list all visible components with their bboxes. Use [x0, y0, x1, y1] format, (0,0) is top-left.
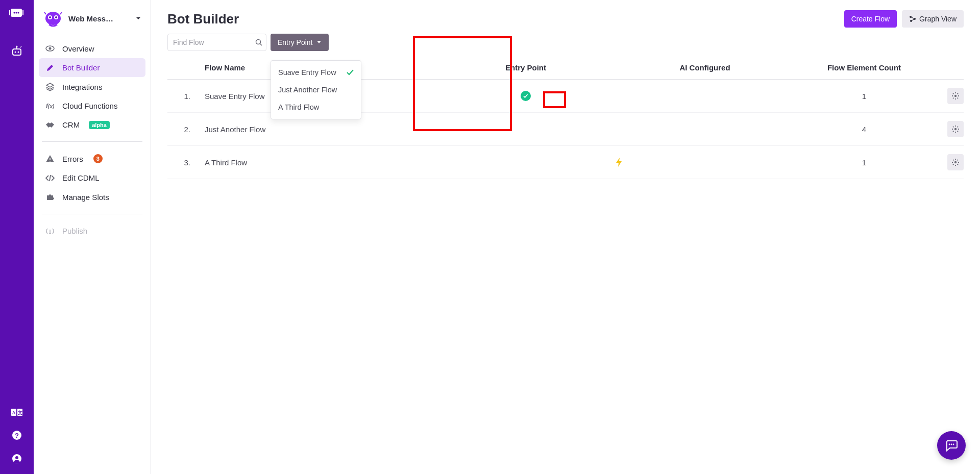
svg-rect-26 [50, 158, 51, 160]
svg-point-23 [55, 16, 57, 18]
caret-down-icon [316, 40, 322, 44]
sidebar-item-label: CRM [62, 120, 80, 129]
table-row[interactable]: 3. A Third Flow 1 [167, 146, 964, 179]
row-settings-button[interactable] [947, 121, 964, 137]
svg-rect-27 [50, 161, 51, 162]
sidebar-item-label: Overview [62, 44, 94, 53]
error-count-badge: 3 [93, 154, 103, 163]
sidebar-item-errors[interactable]: Errors 3 [39, 149, 145, 168]
dropdown-item-label: Suave Entry Flow [278, 68, 336, 77]
svg-point-36 [949, 444, 950, 445]
entry-point-check-icon [521, 91, 531, 101]
sidebar-item-crm[interactable]: CRM alpha [39, 115, 145, 134]
svg-point-38 [953, 444, 954, 445]
svg-rect-6 [13, 49, 21, 55]
svg-point-19 [45, 12, 61, 25]
svg-point-3 [17, 12, 19, 13]
column-header-entry: Entry Point [439, 56, 612, 80]
svg-point-34 [954, 128, 957, 130]
sidebar-item-label: Bot Builder [62, 63, 100, 72]
row-settings-button[interactable] [947, 88, 964, 104]
main-content: Bot Builder Create Flow Graph View Entry… [151, 0, 980, 474]
dropdown-item-a-third-flow[interactable]: A Third Flow [271, 98, 361, 116]
nav-divider [42, 214, 142, 214]
sidebar-item-overview[interactable]: Overview [39, 39, 145, 58]
row-index: 1. [167, 80, 201, 113]
row-count: 4 [798, 113, 930, 146]
graph-icon [909, 15, 916, 22]
chat-fab[interactable] [937, 431, 966, 460]
sidebar-item-label: Integrations [62, 83, 102, 91]
chat-bubble-icon[interactable] [9, 7, 24, 20]
nav-divider [42, 141, 142, 142]
dropdown-item-label: Just Another Flow [278, 86, 337, 94]
svg-text:?: ? [15, 432, 19, 439]
dropdown-item-suave-entry-flow[interactable]: Suave Entry Flow [271, 64, 361, 81]
user-icon[interactable] [12, 454, 22, 464]
translate-icon[interactable]: A 文 [11, 408, 22, 417]
robot-icon[interactable] [10, 45, 23, 58]
sidebar-item-publish: Publish [39, 221, 145, 240]
broadcast-icon [45, 227, 55, 235]
pencil-icon [45, 64, 55, 72]
graph-view-label: Graph View [919, 15, 957, 23]
svg-point-37 [951, 444, 952, 445]
entry-point-dropdown-button[interactable]: Entry Point [271, 34, 329, 51]
sidebar-item-integrations[interactable]: Integrations [39, 77, 145, 96]
bot-name: Web Mess… [68, 14, 130, 23]
row-count: 1 [798, 146, 930, 179]
sidebar-item-label: Edit CDML [62, 173, 100, 182]
handshake-icon [45, 121, 55, 129]
alpha-badge: alpha [89, 121, 110, 129]
sidebar-item-bot-builder[interactable]: Bot Builder [39, 58, 145, 77]
svg-point-1 [13, 12, 15, 13]
sidebar-item-cloud-functions[interactable]: f(x) Cloud Functions [39, 96, 145, 115]
sidebar-item-label: Publish [62, 227, 87, 235]
nav-primary: Overview Bot Builder Integrations f(x) C… [34, 37, 151, 136]
sidebar-item-label: Errors [62, 155, 83, 163]
sidebar-item-manage-slots[interactable]: Manage Slots [39, 187, 145, 207]
svg-text:文: 文 [17, 410, 22, 415]
sidebar-item-edit-cdml[interactable]: Edit CDML [39, 168, 145, 187]
eye-icon [45, 44, 55, 53]
warning-icon [45, 155, 55, 163]
svg-text:A: A [12, 410, 16, 415]
entry-point-dropdown-menu: Suave Entry Flow Just Another Flow A Thi… [271, 60, 361, 119]
app-rail: A 文 ? [0, 0, 34, 474]
ai-bolt-icon [616, 158, 794, 167]
svg-point-25 [49, 47, 52, 50]
svg-point-7 [15, 52, 16, 53]
help-icon[interactable]: ? [12, 430, 22, 440]
layers-icon [45, 82, 55, 91]
svg-point-8 [18, 52, 19, 53]
puzzle-icon [45, 192, 55, 202]
svg-point-33 [954, 95, 957, 97]
check-icon [347, 69, 354, 76]
code-icon [45, 174, 55, 182]
svg-rect-4 [9, 10, 10, 15]
create-flow-button[interactable]: Create Flow [844, 10, 897, 28]
row-settings-button[interactable] [947, 154, 964, 170]
sidebar-item-label: Manage Slots [62, 193, 109, 202]
find-flow-input[interactable] [167, 34, 266, 51]
row-index: 3. [167, 146, 201, 179]
function-icon: f(x) [45, 102, 55, 110]
row-count: 1 [798, 80, 930, 113]
svg-point-22 [49, 16, 51, 18]
svg-point-35 [954, 161, 957, 163]
svg-point-10 [16, 46, 18, 47]
dropdown-item-just-another-flow[interactable]: Just Another Flow [271, 81, 361, 98]
svg-rect-5 [22, 10, 23, 15]
page-title: Bot Builder [167, 11, 239, 27]
entry-point-label: Entry Point [278, 38, 312, 46]
bot-selector[interactable]: Web Mess… [34, 4, 151, 37]
column-header-count: Flow Element Count [798, 56, 930, 80]
graph-view-button[interactable]: Graph View [902, 10, 964, 28]
dropdown-item-label: A Third Flow [278, 103, 319, 111]
svg-point-2 [15, 12, 17, 13]
nav-tertiary: Publish [34, 219, 151, 242]
sidebar-item-label: Cloud Functions [62, 102, 117, 110]
row-name: A Third Flow [201, 146, 439, 179]
sidebar: Web Mess… Overview Bot Builder Integrati… [34, 0, 151, 474]
row-index: 2. [167, 113, 201, 146]
